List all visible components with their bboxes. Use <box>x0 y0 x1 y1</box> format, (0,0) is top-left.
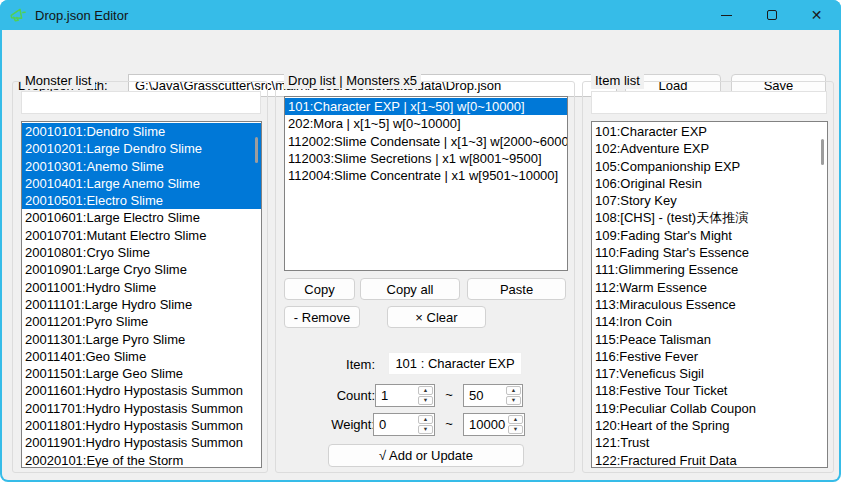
item-list-item[interactable]: 106:Original Resin <box>592 175 827 192</box>
item-list-items: 101:Character EXP102:Adventure EXP105:Co… <box>592 123 827 467</box>
paste-button[interactable]: Paste <box>467 278 566 300</box>
monster-list-item[interactable]: 20010701:Mutant Electro Slime <box>22 227 261 244</box>
monster-list-item[interactable]: 20011801:Hydro Hypostasis Summon <box>22 417 261 434</box>
item-list-item[interactable]: 101:Character EXP <box>592 123 827 140</box>
monster-list-item[interactable]: 20011501:Large Geo Slime <box>22 365 261 382</box>
weight-max-spin-buttons: ▲ ▼ <box>508 415 523 434</box>
weight-min-spin-buttons: ▲ ▼ <box>418 415 433 434</box>
monster-list-items: 20010101:Dendro Slime20010201:Large Dend… <box>22 123 261 467</box>
count-min-spin-buttons: ▲ ▼ <box>418 386 433 405</box>
drop-listbox[interactable]: 101:Character EXP | x[1~50] w[0~10000]20… <box>284 96 568 271</box>
drop-list-item[interactable]: 112004:Slime Concentrate | x1 w[9501~100… <box>285 167 567 184</box>
chevron-down-icon[interactable]: ▼ <box>418 425 433 434</box>
item-list-item[interactable]: 108:[CHS] - (test)天体推演 <box>592 209 827 226</box>
drop-list-item[interactable]: 112002:Slime Condensate | x[1~3] w[2000~… <box>285 133 567 150</box>
item-value-field[interactable]: 101 : Character EXP <box>388 352 522 375</box>
item-list-item[interactable]: 116:Festive Fever <box>592 348 827 365</box>
monster-scrollbar-thumb[interactable] <box>255 137 258 163</box>
chevron-down-icon[interactable]: ▼ <box>418 396 433 405</box>
add-or-update-button[interactable]: √ Add or Update <box>328 444 524 467</box>
chevron-up-icon[interactable]: ▲ <box>508 415 523 424</box>
weight-range-tilde: ~ <box>439 416 459 431</box>
monster-list-item[interactable]: 20010801:Cryo Slime <box>22 244 261 261</box>
item-list-item[interactable]: 107:Story Key <box>592 192 827 209</box>
title-bar: Drop.json Editor ✕ <box>0 0 841 30</box>
count-range-tilde: ~ <box>439 387 459 402</box>
monster-list-item[interactable]: 20011301:Large Pyro Slime <box>22 331 261 348</box>
monster-list-item[interactable]: 20011901:Hydro Hypostasis Summon <box>22 434 261 451</box>
monster-list-item[interactable]: 20020101:Eye of the Storm <box>22 452 261 468</box>
monster-list-item[interactable]: 20010901:Large Cryo Slime <box>22 261 261 278</box>
item-search-input[interactable] <box>591 91 827 114</box>
maximize-button[interactable] <box>749 0 794 30</box>
item-list-item[interactable]: 114:Iron Coin <box>592 313 827 330</box>
monster-list-item[interactable]: 20011201:Pyro Slime <box>22 313 261 330</box>
count-max-input[interactable] <box>464 385 505 406</box>
count-min-input[interactable] <box>376 385 417 406</box>
window-controls: ✕ <box>704 0 839 30</box>
weight-min-input[interactable] <box>374 414 417 435</box>
count-label: Count: <box>296 387 375 405</box>
item-list-item[interactable]: 109:Fading Star's Might <box>592 227 827 244</box>
monster-list-item[interactable]: 20010601:Large Electro Slime <box>22 209 261 226</box>
item-list-item[interactable]: 112:Warm Essence <box>592 279 827 296</box>
window-title: Drop.json Editor <box>35 8 128 23</box>
monster-list-item[interactable]: 20010401:Large Anemo Slime <box>22 175 261 192</box>
monster-list-item[interactable]: 20011601:Hydro Hypostasis Summon <box>22 382 261 399</box>
monster-list-item[interactable]: 20010101:Dendro Slime <box>22 123 261 140</box>
monster-list-item[interactable]: 20011401:Geo Slime <box>22 348 261 365</box>
chevron-up-icon[interactable]: ▲ <box>418 386 433 395</box>
item-list-item[interactable]: 110:Fading Star's Essence <box>592 244 827 261</box>
count-min-spinner[interactable]: ▲ ▼ <box>375 384 435 407</box>
weight-label: Weight: <box>296 416 375 434</box>
chevron-up-icon[interactable]: ▲ <box>418 415 433 424</box>
close-icon: ✕ <box>811 8 823 22</box>
app-window: Drop.json Editor ✕ Drop.json Path: Load … <box>0 0 841 482</box>
window-content: Drop.json Path: Load Save Monster list 2… <box>2 30 839 480</box>
item-list-item[interactable]: 120:Heart of the Spring <box>592 417 827 434</box>
copy-button[interactable]: Copy <box>284 278 355 300</box>
drop-list-item[interactable]: 112003:Slime Secretions | x1 w[8001~9500… <box>285 150 567 167</box>
monster-search-input[interactable] <box>21 91 261 114</box>
weight-max-input[interactable] <box>464 414 507 435</box>
monster-list-item[interactable]: 20011701:Hydro Hypostasis Summon <box>22 400 261 417</box>
weight-max-spinner[interactable]: ▲ ▼ <box>463 413 525 436</box>
count-max-spinner[interactable]: ▲ ▼ <box>463 384 523 407</box>
item-listbox[interactable]: 101:Character EXP102:Adventure EXP105:Co… <box>591 121 828 468</box>
item-list-group: Item list 101:Character EXP102:Adventure… <box>582 81 834 473</box>
chevron-down-icon[interactable]: ▼ <box>508 425 523 434</box>
chevron-down-icon[interactable]: ▼ <box>506 396 521 405</box>
drop-list-items: 101:Character EXP | x[1~50] w[0~10000]20… <box>285 98 567 270</box>
item-list-item[interactable]: 113:Miraculous Essence <box>592 296 827 313</box>
item-list-item[interactable]: 118:Festive Tour Ticket <box>592 382 827 399</box>
chevron-up-icon[interactable]: ▲ <box>506 386 521 395</box>
item-list-item[interactable]: 122:Fractured Fruit Data <box>592 452 827 468</box>
item-label: Item: <box>296 356 375 374</box>
monster-list-group: Monster list 20010101:Dendro Slime200102… <box>12 81 268 473</box>
item-list-item[interactable]: 111:Glimmering Essence <box>592 261 827 278</box>
minimize-icon <box>721 15 732 16</box>
drop-list-group: Drop list | Monsters x5 101:Character EX… <box>275 81 575 473</box>
monster-list-item[interactable]: 20011001:Hydro Slime <box>22 279 261 296</box>
item-list-item[interactable]: 115:Peace Talisman <box>592 331 827 348</box>
monster-listbox[interactable]: 20010101:Dendro Slime20010201:Large Dend… <box>21 121 262 468</box>
remove-button[interactable]: - Remove <box>284 306 360 328</box>
close-button[interactable]: ✕ <box>794 0 839 30</box>
monster-list-item[interactable]: 20010201:Large Dendro Slime <box>22 140 261 157</box>
monster-list-item[interactable]: 20010301:Anemo Slime <box>22 158 261 175</box>
drop-list-item[interactable]: 202:Mora | x[1~5] w[0~10000] <box>285 115 567 132</box>
item-list-item[interactable]: 117:Veneficus Sigil <box>592 365 827 382</box>
monster-list-item[interactable]: 20011101:Large Hydro Slime <box>22 296 261 313</box>
clear-button[interactable]: × Clear <box>387 306 486 328</box>
item-list-item[interactable]: 102:Adventure EXP <box>592 140 827 157</box>
item-scrollbar-thumb[interactable] <box>821 139 824 165</box>
weight-min-spinner[interactable]: ▲ ▼ <box>373 413 435 436</box>
item-list-item[interactable]: 119:Peculiar Collab Coupon <box>592 400 827 417</box>
copy-all-button[interactable]: Copy all <box>360 278 460 300</box>
maximize-icon <box>767 10 777 20</box>
minimize-button[interactable] <box>704 0 749 30</box>
drop-list-item[interactable]: 101:Character EXP | x[1~50] w[0~10000] <box>285 98 567 115</box>
item-list-item[interactable]: 121:Trust <box>592 434 827 451</box>
item-list-item[interactable]: 105:Companionship EXP <box>592 158 827 175</box>
monster-list-item[interactable]: 20010501:Electro Slime <box>22 192 261 209</box>
